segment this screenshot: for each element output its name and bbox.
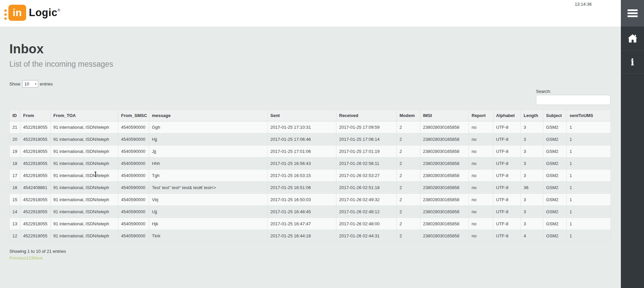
column-header-received[interactable]: Received [336,110,397,121]
column-header-from-toa[interactable]: From_TOA [51,110,118,121]
cell-subject: GSM2 [543,182,567,194]
cell-sent: 2017-01-25 16:51:06 [268,182,336,194]
column-header-length[interactable]: Length [521,110,543,121]
registered-mark: ® [57,8,60,12]
cell-from-smsc: 4540590000 [118,146,149,158]
column-header-from[interactable]: From [20,110,51,121]
column-header-subject[interactable]: Subject [543,110,567,121]
search-control: Search: [536,89,610,105]
sidebar-item-home[interactable] [621,26,644,51]
table-row[interactable]: 21452291805591 international, ISDN/telep… [10,121,611,133]
cell-message: Ujj [149,206,268,218]
cell-imsi: 238028030165858 [420,182,469,194]
cell-modem: 2 [397,194,420,206]
cell-from: 4522918055 [20,158,51,170]
table-row[interactable]: 16454240888191 international, ISDN/telep… [10,182,611,194]
cell-id: 15 [10,194,20,206]
cell-report: no [469,182,493,194]
cell-modem: 2 [397,230,420,242]
table-controls: Show 10 ▾ entries Search: [9,80,610,110]
cell-from-smsc: 4540590000 [118,194,149,206]
cell-report: no [469,206,493,218]
show-entries-control: Show 10 ▾ entries [9,80,53,88]
entries-suffix-label: entries [40,81,53,87]
table-row[interactable]: 17452291805591 international, ISDN/telep… [10,170,611,182]
cell-id: 19 [10,146,20,158]
table-row[interactable]: 18452291805591 international, ISDN/telep… [10,158,611,170]
cell-from-toa: 91 international, ISDN/teleph [51,146,118,158]
cell-from-smsc: 4540590000 [118,133,149,146]
table-info: Showing 1 to 10 of 21 entries [9,249,610,254]
search-input[interactable] [536,95,610,105]
cell-from: 4522918055 [20,230,51,242]
sidebar-item-info[interactable]: i [621,51,644,74]
inlogic-logo[interactable]: in Logic® [4,4,60,21]
cell-sent: 2017-01-25 17:01:06 [268,146,336,158]
column-header-from-smsc[interactable]: From_SMSC [118,110,149,121]
cell-from: 4522918055 [20,206,51,218]
column-header-sent[interactable]: Sent [268,110,336,121]
cell-sent: 2017-01-25 16:44:18 [268,230,336,242]
cell-senttoums: 1 [567,133,611,146]
show-label: Show [9,81,20,87]
table-row[interactable]: 14452291805591 international, ISDN/telep… [10,206,611,218]
table-row[interactable]: 19452291805591 international, ISDN/telep… [10,146,611,158]
pagination-1[interactable]: 1 [26,255,29,261]
menu-button[interactable] [621,0,644,26]
cell-alphabet: UTF-8 [493,194,521,206]
cell-from: 4542408881 [20,182,51,194]
cell-modem: 2 [397,146,420,158]
cell-report: no [469,230,493,242]
pagination-next[interactable]: Next [34,255,43,261]
column-header-report[interactable]: Report [469,110,493,121]
cell-id: 21 [10,121,20,133]
hamburger-icon [628,9,638,17]
column-header-alphabet[interactable]: Alphabet [493,110,521,121]
cell-received: 2017-01-26 02:53:27 [336,170,397,182]
cell-from-toa: 91 international, ISDN/teleph [51,206,118,218]
cell-from-smsc: 4540590000 [118,206,149,218]
cell-alphabet: UTF-8 [493,230,521,242]
table-row[interactable]: 12452291805591 international, ISDN/telep… [10,230,611,242]
cell-subject: GSM2 [543,133,567,146]
cell-senttoums: 1 [567,121,611,133]
pagination-2[interactable]: 2 [29,255,31,261]
cell-sent: 2017-01-25 17:10:31 [268,121,336,133]
cell-modem: 2 [397,133,420,146]
cell-length: 4 [521,230,543,242]
column-header-id[interactable]: ID [10,110,20,121]
cell-id: 12 [10,230,20,242]
cell-from-toa: 91 international, ISDN/teleph [51,194,118,206]
cell-from-smsc: 4540590000 [118,218,149,230]
cell-message: Tgh [149,170,268,182]
cell-imsi: 238028030165858 [420,206,469,218]
cell-subject: GSM2 [543,158,567,170]
table-row[interactable]: 15452291805591 international, ISDN/telep… [10,194,611,206]
cell-imsi: 238028030165858 [420,146,469,158]
cell-from-toa: 91 international, ISDN/teleph [51,182,118,194]
cell-alphabet: UTF-8 [493,206,521,218]
cell-imsi: 238028030165858 [420,158,469,170]
table-row[interactable]: 20452291805591 international, ISDN/telep… [10,133,611,146]
chevron-down-icon: ▾ [35,82,37,85]
table-row[interactable]: 13452291805591 international, ISDN/telep… [10,218,611,230]
entries-select[interactable]: 10 ▾ [22,80,38,88]
cell-received: 2017-01-25 17:01:19 [336,146,397,158]
cell-length: 3 [521,194,543,206]
pagination-previous[interactable]: Previous [9,255,26,261]
cell-from: 4522918055 [20,146,51,158]
column-header-modem[interactable]: Modem [397,110,420,121]
cell-subject: GSM2 [543,230,567,242]
cell-from-smsc: 4540590000 [118,230,149,242]
search-label: Search: [536,89,610,94]
cell-imsi: 238028030165858 [420,121,469,133]
column-header-senttoums[interactable]: sentToUMS [567,110,611,121]
cell-modem: 2 [397,206,420,218]
cell-received: 2017-01-26 02:48:00 [336,218,397,230]
cell-subject: GSM2 [543,121,567,133]
pagination: Previous123Next [9,255,610,261]
column-header-message[interactable]: message [149,110,268,121]
column-header-imsi[interactable]: IMSI [420,110,469,121]
cell-imsi: 238028030165858 [420,230,469,242]
cell-alphabet: UTF-8 [493,182,521,194]
